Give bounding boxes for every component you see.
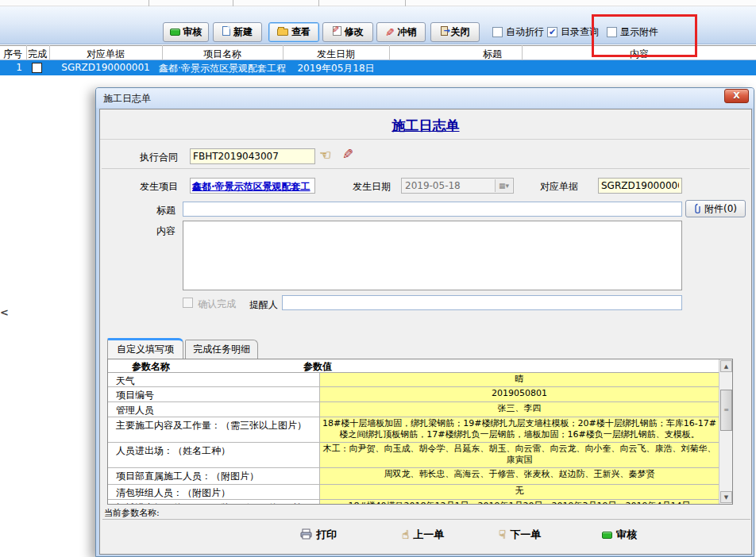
param-value-header: 参数值 bbox=[303, 360, 332, 374]
row-complete-checkbox[interactable] bbox=[32, 63, 42, 73]
dialog-titlebar[interactable]: 施工日志单 X bbox=[96, 88, 754, 108]
footer-button-label: 上一单 bbox=[413, 528, 444, 542]
param-row: 机械进出场及使用：（品牌、型号、使用时间）18#楼40塔吊2018年12月1日－… bbox=[108, 500, 732, 505]
param-name-cell: 项目部直属施工人员：（附图片） bbox=[108, 468, 320, 484]
checkbox-group-autowrap: 自动折行 bbox=[492, 25, 544, 38]
date-input[interactable]: 2019-05-18 ▦▾ bbox=[401, 178, 514, 194]
calendar-dropdown-icon[interactable]: ▦▾ bbox=[495, 179, 512, 192]
current-param-status: 当前参数名称: bbox=[102, 507, 750, 520]
close-icon[interactable]: X bbox=[724, 89, 749, 103]
project-label: 发生项目 bbox=[140, 180, 178, 194]
reminder-input[interactable] bbox=[282, 295, 682, 310]
modify-icon bbox=[333, 26, 341, 38]
toolbar-button-label: 关闭 bbox=[451, 25, 470, 39]
param-table-header: 参数名称 参数值 bbox=[108, 359, 732, 373]
grid-column-header: 完成 bbox=[28, 48, 47, 61]
grid-column-header: 标题 bbox=[483, 48, 502, 61]
param-name-cell: 项目编号 bbox=[108, 387, 320, 401]
toolbar-button-audit[interactable]: 审核 bbox=[163, 22, 209, 42]
param-row: 主要施工内容及工作量：（需三张以上图片）18#楼十层墙板加固，绑扎梁钢筋；19#… bbox=[108, 417, 732, 443]
content-label: 内容 bbox=[156, 225, 176, 238]
param-row: 人员进出场：（姓名工种）木工：向尹贺、向玉成、胡令学、吕延东、胡玉、向云雷、向云… bbox=[108, 443, 732, 468]
audit-icon bbox=[170, 27, 180, 38]
title-label: 标题 bbox=[156, 204, 176, 217]
hand-up-icon: ☝ bbox=[402, 528, 409, 542]
door-icon bbox=[441, 26, 448, 38]
cell-seq: 1 bbox=[2, 62, 22, 73]
date-value: 2019-05-18 bbox=[405, 180, 461, 191]
toolbar-button-label: 冲销 bbox=[398, 25, 417, 39]
footer-button-prev[interactable]: ☝上一单 bbox=[402, 525, 444, 544]
paperclip-icon bbox=[694, 203, 701, 214]
annotation-highlight-box bbox=[592, 14, 697, 57]
application-window: 审核新建查看修改✎冲销关闭自动折行✔目录查询显示附件 序号完成对应单据项目名称发… bbox=[0, 0, 756, 557]
param-row: 天气晴 bbox=[108, 373, 732, 387]
param-rows: 天气晴项目编号2019050801管理人员张三、李四主要施工内容及工作量：（需三… bbox=[108, 373, 732, 505]
param-name-cell: 清包班组人员：（附图片） bbox=[108, 485, 320, 499]
row-separator bbox=[102, 168, 750, 169]
confirm-complete-checkbox[interactable] bbox=[183, 298, 193, 308]
attachment-button[interactable]: 附件(0) bbox=[685, 200, 746, 217]
scroll-thumb[interactable]: ≡ bbox=[720, 390, 732, 431]
toolbar-button-label: 修改 bbox=[345, 25, 364, 39]
panel-collapse-icon[interactable]: < bbox=[0, 306, 9, 318]
form-title-band: 施工日志单 bbox=[100, 109, 751, 140]
new-icon bbox=[222, 26, 230, 38]
param-value-cell[interactable]: 晴 bbox=[320, 373, 719, 386]
construction-log-dialog: 施工日志单 X 施工日志单 执行合同 ☜ ✎ 发生项目 鑫都·帝景示范区景观配套… bbox=[95, 87, 754, 557]
grid-row[interactable]: 1SGRZD190000001鑫都·帝景示范区景观配套工程2019年05月18日 bbox=[0, 60, 756, 75]
param-value-cell[interactable]: 18#楼40塔吊2018年12月1日－2019年1月20日；2019年3月19日… bbox=[320, 500, 719, 505]
dialog-client-area: 施工日志单 执行合同 ☜ ✎ 发生项目 鑫都·帝景示范区景观配套工 发生日期 2… bbox=[99, 109, 752, 555]
param-value-cell[interactable]: 木工：向尹贺、向玉成、胡令学、吕延东、胡玉、向云雷、向云龙、向小奎、向云飞、康浩… bbox=[320, 443, 719, 467]
param-table-scrollbar[interactable]: ▲ ≡ ▼ bbox=[719, 359, 732, 504]
footer-button-label: 打印 bbox=[316, 528, 337, 542]
dialog-title: 施工日志单 bbox=[103, 92, 151, 106]
cell-date: 2019年05月18日 bbox=[297, 62, 374, 75]
grid-column-header: 序号 bbox=[3, 48, 22, 61]
toolbar-button-modify[interactable]: 修改 bbox=[322, 22, 373, 42]
scroll-down-icon[interactable]: ▼ bbox=[720, 491, 732, 503]
footer-button-audit[interactable]: 审核 bbox=[602, 525, 637, 544]
print-icon bbox=[300, 528, 312, 542]
param-name-cell: 主要施工内容及工作量：（需三张以上图片） bbox=[108, 417, 320, 442]
param-value-cell[interactable]: 18#楼十层墙板加固，绑扎梁钢筋；19#楼绑扎九层支墙柱模板；20#楼十层绑扎钢… bbox=[320, 417, 719, 442]
param-value-cell[interactable]: 无 bbox=[320, 485, 719, 499]
toolbar-button-writeoff[interactable]: ✎冲销 bbox=[376, 22, 426, 42]
confirm-complete-label: 确认完成 bbox=[198, 298, 236, 311]
toolbar-button-new[interactable]: 新建 bbox=[213, 22, 262, 42]
footer-button-next[interactable]: ☟下一单 bbox=[499, 525, 541, 544]
toolbar-button-label: 新建 bbox=[233, 25, 253, 39]
tab-custom-fields[interactable]: 自定义填写项 bbox=[107, 338, 183, 359]
scroll-up-icon[interactable]: ▲ bbox=[720, 360, 732, 372]
param-table: 参数名称 参数值 天气晴项目编号2019050801管理人员张三、李四主要施工内… bbox=[107, 359, 733, 505]
param-row: 项目部直属施工人员：（附图片）周双龙、韩长忠、高海云、于修营、张麦秋、赵边防、王… bbox=[108, 468, 732, 485]
doc-input[interactable] bbox=[598, 178, 682, 194]
param-name-cell: 管理人员 bbox=[108, 402, 320, 417]
select-hand-icon[interactable]: ☜ bbox=[319, 147, 331, 163]
reminder-label: 提醒人 bbox=[249, 298, 278, 312]
param-row: 项目编号2019050801 bbox=[108, 387, 732, 402]
title-input[interactable] bbox=[183, 202, 682, 217]
param-name-header: 参数名称 bbox=[132, 360, 170, 374]
toolbar-button-view[interactable]: 查看 bbox=[268, 22, 319, 42]
param-name-cell: 人员进出场：（姓名工种） bbox=[108, 443, 320, 467]
catalog-search-checkbox[interactable]: ✔ bbox=[547, 27, 557, 37]
contract-input[interactable] bbox=[190, 148, 315, 164]
param-name-cell: 天气 bbox=[108, 373, 320, 386]
param-value-cell[interactable]: 2019050801 bbox=[320, 387, 719, 401]
param-name-cell: 机械进出场及使用：（品牌、型号、使用时间） bbox=[108, 500, 320, 505]
param-row: 管理人员张三、李四 bbox=[108, 402, 732, 417]
tab-task-detail[interactable]: 完成任务明细 bbox=[185, 340, 258, 359]
project-link-field[interactable]: 鑫都·帝景示范区景观配套工 bbox=[190, 178, 315, 194]
footer-button-print[interactable]: 打印 bbox=[300, 525, 337, 544]
date-label: 发生日期 bbox=[353, 180, 391, 194]
audit-icon bbox=[602, 529, 612, 541]
form-title: 施工日志单 bbox=[392, 117, 460, 135]
cell-project-name: 鑫都·帝景示范区景观配套工程 bbox=[159, 62, 286, 75]
param-value-cell[interactable]: 周双龙、韩长忠、高海云、于修营、张麦秋、赵边防、王新兴、秦梦贤 bbox=[320, 468, 719, 484]
toolbar-button-close[interactable]: 关闭 bbox=[430, 22, 480, 42]
param-value-cell[interactable]: 张三、李四 bbox=[320, 402, 719, 417]
edit-pencil-icon[interactable]: ✎ bbox=[342, 146, 353, 162]
content-textarea[interactable] bbox=[183, 221, 682, 290]
autowrap-checkbox[interactable] bbox=[492, 27, 503, 37]
